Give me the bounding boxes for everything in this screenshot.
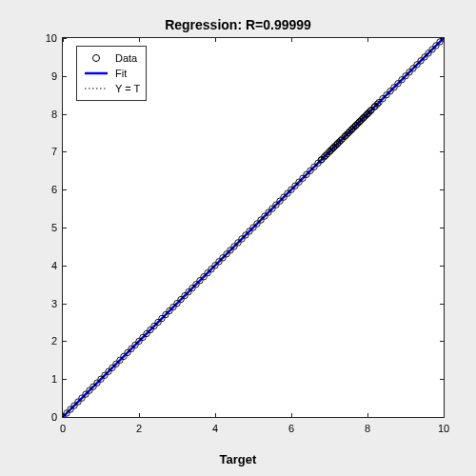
x-tick-label: 0 xyxy=(60,417,66,434)
x-tick-label: 4 xyxy=(212,417,218,434)
circle-marker-icon xyxy=(83,51,109,65)
solid-line-icon xyxy=(83,67,109,80)
svg-point-128 xyxy=(93,55,100,62)
y-tick-label: 1 xyxy=(51,373,63,385)
legend-label-yt: Y = T xyxy=(115,83,140,94)
x-axis-label: Target xyxy=(0,452,476,466)
dotted-line-icon xyxy=(83,82,109,95)
legend-label-fit: Fit xyxy=(115,68,127,79)
y-tick-label: 4 xyxy=(51,260,63,271)
x-tick-label: 2 xyxy=(136,417,142,434)
legend: DataFitY = T xyxy=(76,46,147,101)
y-tick-label: 5 xyxy=(51,222,63,233)
legend-entry-yt: Y = T xyxy=(83,81,140,96)
x-tick-label: 6 xyxy=(288,417,294,434)
y-tick-label: 7 xyxy=(51,146,63,157)
legend-label-data: Data xyxy=(115,52,137,64)
legend-entry-data: Data xyxy=(83,50,140,66)
y-tick-label: 6 xyxy=(51,184,63,195)
regression-figure: Regression: R=0.99999 Output ~= 1*Target… xyxy=(0,0,476,476)
x-tick-label: 10 xyxy=(438,417,449,434)
x-tick-label: 8 xyxy=(365,417,370,434)
chart-title: Regression: R=0.99999 xyxy=(0,17,476,32)
legend-entry-fit: Fit xyxy=(83,66,140,81)
plot-axes: 0123456789100246810DataFitY = T xyxy=(63,38,444,417)
y-tick-label: 8 xyxy=(51,109,63,120)
y-tick-label: 3 xyxy=(51,298,63,309)
y-tick-label: 9 xyxy=(51,70,63,82)
y-tick-label: 2 xyxy=(51,335,63,347)
y-tick-label: 10 xyxy=(46,32,63,44)
